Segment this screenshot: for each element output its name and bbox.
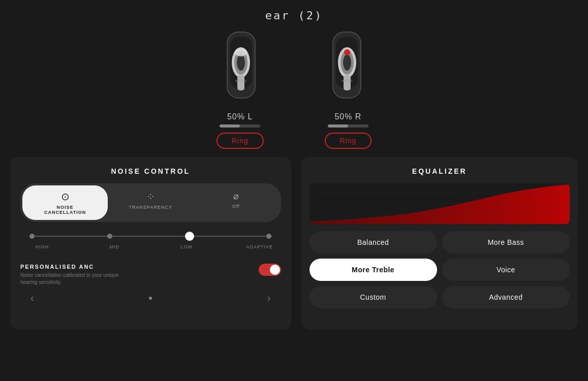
anc-labels: HIGH MID LOW ADAPTIVE — [24, 242, 277, 249]
noise-control-title: NOISE CONTROL — [20, 167, 281, 175]
mode-selector: ⊙ NOISECANCELLATION ⁘ TRANSPARENCY ⌀ Off — [20, 183, 281, 222]
off-label: Off — [232, 204, 240, 209]
earbud-left: NOTHING 50% L Ring — [216, 27, 264, 149]
eq-button-custom[interactable]: Custom — [310, 286, 437, 308]
anc-dot-high[interactable] — [29, 234, 35, 239]
svg-point-4 — [237, 54, 245, 71]
off-icon: ⌀ — [233, 190, 239, 202]
anc-icon: ⊙ — [61, 190, 70, 203]
personalised-anc-description: Noise cancellation calibrated to your un… — [20, 272, 132, 286]
noise-control-panel: NOISE CONTROL ⊙ NOISECANCELLATION ⁘ TRAN… — [10, 157, 291, 330]
anc-dot-low[interactable] — [185, 232, 194, 241]
anc-level-container: HIGH MID LOW ADAPTIVE — [20, 230, 281, 249]
svg-text:NOTHING: NOTHING — [342, 79, 352, 82]
svg-point-12 — [343, 54, 351, 71]
earbud-left-image: NOTHING — [217, 27, 263, 108]
svg-text:NOTHING: NOTHING — [236, 79, 246, 82]
eq-button-more-treble[interactable]: More Treble — [310, 259, 437, 281]
mode-anc[interactable]: ⊙ NOISECANCELLATION — [22, 185, 108, 220]
personalised-anc: PERSONALISED ANC Noise cancellation cali… — [20, 258, 281, 286]
app-title: ear (2) — [0, 0, 588, 22]
eq-button-balanced[interactable]: Balanced — [310, 231, 437, 253]
earbud-left-ring-button[interactable]: Ring — [216, 133, 264, 149]
eq-button-voice[interactable]: Voice — [442, 259, 570, 281]
nav-next[interactable]: › — [267, 292, 271, 304]
eq-chart-svg — [310, 183, 570, 224]
earbud-left-label: 50% L — [227, 112, 253, 121]
earbud-right-ring-button[interactable]: Ring — [325, 133, 372, 149]
nav-prev[interactable]: ‹ — [30, 292, 34, 304]
transparency-label: TRANSPARENCY — [129, 205, 172, 210]
personalised-anc-title: PERSONALISED ANC — [20, 264, 132, 270]
anc-label-mid: MID — [102, 244, 127, 249]
anc-dot-mid[interactable] — [107, 234, 112, 239]
anc-track — [24, 230, 277, 242]
transparency-icon: ⁘ — [146, 190, 155, 203]
eq-buttons-grid: Balanced More Bass More Treble Voice Cus… — [310, 231, 570, 308]
earbud-right-svg: NOTHING — [325, 27, 371, 108]
earbud-left-battery-bar — [220, 124, 260, 128]
anc-label: NOISECANCELLATION — [44, 205, 86, 215]
nav-dot — [149, 297, 152, 300]
earbud-left-battery-fill — [220, 124, 240, 128]
earbud-right-battery-fill — [328, 124, 348, 128]
earbud-right-image: NOTHING — [325, 27, 371, 108]
anc-label-high: HIGH — [29, 244, 55, 249]
eq-button-more-bass[interactable]: More Bass — [442, 231, 570, 253]
anc-dot-adaptive[interactable] — [266, 234, 271, 239]
earbud-right-label: 50% R — [334, 112, 361, 121]
anc-track-line — [29, 236, 272, 237]
mode-transparency[interactable]: ⁘ TRANSPARENCY — [108, 185, 193, 220]
eq-chart — [310, 183, 570, 224]
personalised-anc-text: PERSONALISED ANC Noise cancellation cali… — [20, 264, 132, 286]
eq-button-advanced[interactable]: Advanced — [442, 286, 570, 308]
mode-off[interactable]: ⌀ Off — [193, 185, 278, 220]
equalizer-title: EQUALIZER — [310, 167, 570, 175]
earbuds-container: NOTHING 50% L Ring — [0, 27, 588, 149]
panels-container: NOISE CONTROL ⊙ NOISECANCELLATION ⁘ TRAN… — [10, 157, 578, 330]
svg-point-13 — [344, 49, 350, 55]
svg-point-6 — [235, 48, 247, 56]
svg-rect-14 — [344, 75, 351, 90]
svg-rect-5 — [237, 75, 244, 90]
anc-label-adaptive: ADAPTIVE — [246, 244, 271, 249]
personalised-anc-toggle[interactable] — [259, 264, 281, 276]
toggle-knob — [270, 265, 280, 275]
anc-label-low: LOW — [174, 244, 199, 249]
nav-bar: ‹ › — [20, 286, 281, 304]
earbud-left-svg: NOTHING — [217, 27, 263, 108]
equalizer-panel: EQUALIZER Balan — [301, 157, 578, 330]
earbud-right: NOTHING 50% R Ring — [325, 27, 372, 149]
earbud-right-battery-bar — [328, 124, 368, 128]
